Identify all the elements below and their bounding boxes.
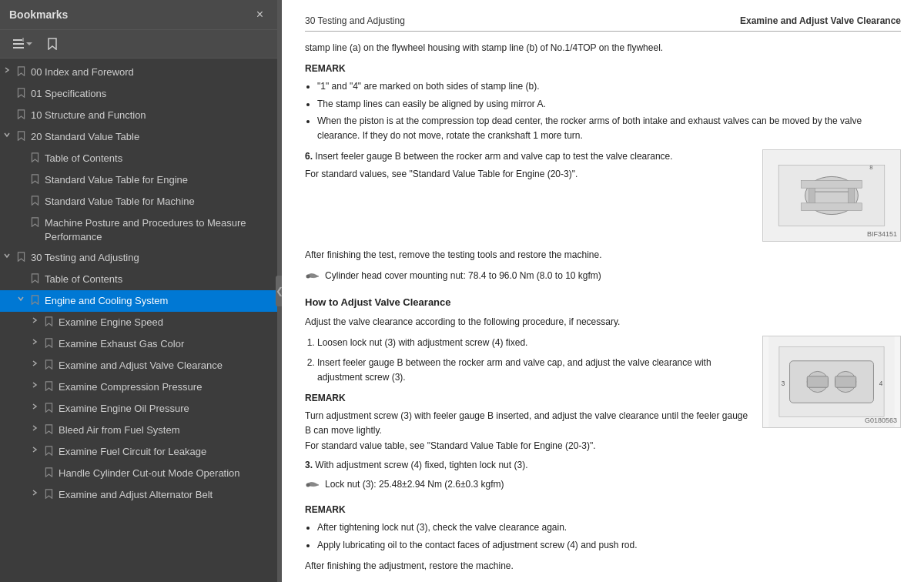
torque-wrench-icon-2 bbox=[305, 480, 320, 490]
tree-item-bookmark-icon bbox=[42, 466, 55, 477]
bookmark-view-button[interactable] bbox=[42, 35, 63, 53]
sidebar-title: Bookmarks bbox=[9, 8, 68, 21]
tree-item-item-30-ecp[interactable]: Examine Compression Pressure bbox=[0, 376, 277, 398]
tree-item-chevron[interactable] bbox=[28, 401, 42, 410]
tree-item-item-30-eop[interactable]: Examine Engine Oil Pressure bbox=[0, 398, 277, 420]
tree-item-indent: Examine Exhaust Gas Color bbox=[0, 336, 273, 351]
tree-item-item-30-ecs[interactable]: Engine and Cooling System bbox=[0, 290, 277, 312]
remark1-item: When the piston is at the compression to… bbox=[317, 114, 901, 143]
tree-item-item-30-avc[interactable]: Examine and Adjust Valve Clearance bbox=[0, 355, 277, 376]
tree-item-indent: Bleed Air from Fuel System bbox=[0, 423, 273, 437]
wrench-icon bbox=[305, 271, 320, 282]
tree-item-chevron bbox=[14, 272, 28, 273]
tree-item-item-20[interactable]: 20 Standard Value Table bbox=[0, 126, 277, 148]
tree-item-label: 01 Specifications bbox=[28, 86, 273, 101]
tree-item-indent: Examine Fuel Circuit for Leakage bbox=[0, 444, 273, 459]
image1-caption: BIF34151 bbox=[867, 229, 897, 239]
tree-item-item-30-egc[interactable]: Examine Exhaust Gas Color bbox=[0, 333, 277, 355]
tree-item-indent: Engine and Cooling System bbox=[0, 293, 273, 308]
adjust-step-item: Loosen lock nut (3) with adjustment scre… bbox=[317, 336, 750, 350]
document-header: 30 Testing and Adjusting Examine and Adj… bbox=[305, 15, 901, 32]
tree-item-indent: Examine and Adjust Valve Clearance bbox=[0, 358, 273, 373]
tree-item-item-20-sve[interactable]: Standard Value Table for Engine bbox=[0, 169, 277, 191]
tree-item-chevron[interactable] bbox=[28, 444, 42, 453]
tree-item-label: Examine Fuel Circuit for Leakage bbox=[55, 444, 273, 459]
tree-item-indent: Handle Cylinder Cut-out Mode Operation bbox=[0, 466, 273, 480]
tree-item-chevron[interactable] bbox=[0, 250, 14, 259]
tree-item-chevron[interactable] bbox=[28, 336, 42, 346]
bookmark-toolbar-icon bbox=[46, 38, 59, 50]
tree-item-bookmark-icon bbox=[42, 358, 55, 370]
svg-rect-1 bbox=[13, 43, 24, 45]
tree-item-indent: 30 Testing and Adjusting bbox=[0, 250, 273, 265]
tree-item-label: 20 Standard Value Table bbox=[28, 129, 273, 144]
tree-item-item-30-ees[interactable]: Examine Engine Speed bbox=[0, 312, 277, 333]
tree-item-item-20-svm[interactable]: Standard Value Table for Machine bbox=[0, 191, 277, 212]
step6-text: Insert feeler gauge B between the rocker… bbox=[315, 151, 672, 162]
tree-item-label: Standard Value Table for Machine bbox=[42, 194, 273, 209]
tree-item-label: Table of Contents bbox=[42, 151, 273, 166]
tree-item-chevron[interactable] bbox=[28, 380, 42, 389]
step6-note: For standard values, see "Standard Value… bbox=[305, 167, 750, 182]
tree-item-chevron[interactable] bbox=[28, 423, 42, 432]
tree-item-bookmark-icon bbox=[28, 293, 42, 305]
tree-item-item-30-efl[interactable]: Examine Fuel Circuit for Leakage bbox=[0, 441, 277, 463]
tree-item-chevron[interactable] bbox=[0, 65, 14, 74]
remark-block-3: REMARK After tightening lock nut (3), ch… bbox=[305, 503, 901, 553]
section-heading: How to Adjust Valve Clearance bbox=[305, 295, 901, 311]
tree-item-item-30[interactable]: 30 Testing and Adjusting bbox=[0, 247, 277, 269]
tree-item-chevron[interactable] bbox=[14, 293, 28, 303]
tree-item-indent: 10 Structure and Function bbox=[0, 108, 273, 122]
tree-item-item-01[interactable]: 01 Specifications bbox=[0, 83, 277, 105]
tree-item-item-30-hcc[interactable]: Handle Cylinder Cut-out Mode Operation bbox=[0, 463, 277, 484]
tree-item-item-20-mpp[interactable]: Machine Posture and Procedures to Measur… bbox=[0, 212, 277, 247]
tree-item-item-30-aab[interactable]: Examine and Adjust Alternator Belt bbox=[0, 484, 277, 506]
tree-item-chevron[interactable] bbox=[28, 358, 42, 367]
step3-torque: Lock nut (3): 25.48±2.94 Nm (2.6±0.3 kgf… bbox=[305, 477, 750, 492]
tree-item-item-30-toc[interactable]: Table of Contents bbox=[0, 269, 277, 290]
tree-item-label: Table of Contents bbox=[42, 272, 273, 286]
tree-item-bookmark-icon bbox=[14, 108, 28, 119]
tree-item-chevron bbox=[28, 466, 42, 467]
svg-text:8: 8 bbox=[869, 164, 873, 171]
tree-item-indent: Machine Posture and Procedures to Measur… bbox=[0, 216, 273, 244]
tree-item-item-20-toc[interactable]: Table of Contents bbox=[0, 148, 277, 169]
tree-item-chevron[interactable] bbox=[28, 487, 42, 497]
step6-content: 6. Insert feeler gauge B between the roc… bbox=[305, 149, 750, 182]
list-view-button[interactable] bbox=[8, 35, 37, 53]
tree-item-bookmark-icon bbox=[28, 172, 42, 184]
close-button[interactable]: × bbox=[252, 6, 268, 23]
tree-item-item-00[interactable]: 00 Index and Foreword bbox=[0, 62, 277, 83]
tree-item-label: Engine and Cooling System bbox=[42, 293, 273, 308]
step6-number: 6. Insert feeler gauge B between the roc… bbox=[305, 149, 750, 164]
tree-item-chevron bbox=[14, 216, 28, 217]
tree-item-bookmark-icon bbox=[42, 401, 55, 413]
tree-item-chevron[interactable] bbox=[28, 315, 42, 324]
tree-item-label: Examine Engine Oil Pressure bbox=[55, 401, 273, 416]
svg-rect-3 bbox=[22, 38, 24, 42]
remark1-list: "1" and "4" are marked on both sides of … bbox=[317, 79, 901, 143]
tree-item-bookmark-icon bbox=[14, 250, 28, 262]
tree-item-chevron bbox=[14, 172, 28, 174]
tree-item-indent: Table of Contents bbox=[0, 151, 273, 166]
document-body: stamp line (a) on the flywheel housing w… bbox=[305, 41, 901, 582]
tree-item-chevron bbox=[14, 194, 28, 196]
tree-item-indent: Examine Engine Oil Pressure bbox=[0, 401, 273, 416]
tree-item-bookmark-icon bbox=[42, 423, 55, 434]
tree-item-item-10[interactable]: 10 Structure and Function bbox=[0, 105, 277, 126]
svg-rect-10 bbox=[802, 180, 862, 188]
tree-item-label: Examine Compression Pressure bbox=[55, 380, 273, 394]
tree-item-chevron[interactable] bbox=[0, 129, 14, 139]
tree-item-indent: Standard Value Table for Machine bbox=[0, 194, 273, 209]
step6-block: 6. Insert feeler gauge B between the roc… bbox=[305, 149, 901, 242]
adjust-intro: Adjust the valve clearance according to … bbox=[305, 315, 901, 329]
image1: 8 BIF34151 bbox=[762, 149, 901, 242]
tree-item-bookmark-icon bbox=[28, 151, 42, 162]
tree-item-label: Bleed Air from Fuel System bbox=[55, 423, 273, 437]
tree-item-label: 10 Structure and Function bbox=[28, 108, 273, 122]
adjust-step-item: Insert feeler gauge B between the rocker… bbox=[317, 356, 750, 385]
remark1-label: REMARK bbox=[305, 62, 901, 76]
tree-item-chevron bbox=[0, 108, 14, 109]
tree-item-item-30-baf[interactable]: Bleed Air from Fuel System bbox=[0, 420, 277, 441]
remark1-item: The stamp lines can easily be aligned by… bbox=[317, 97, 901, 112]
